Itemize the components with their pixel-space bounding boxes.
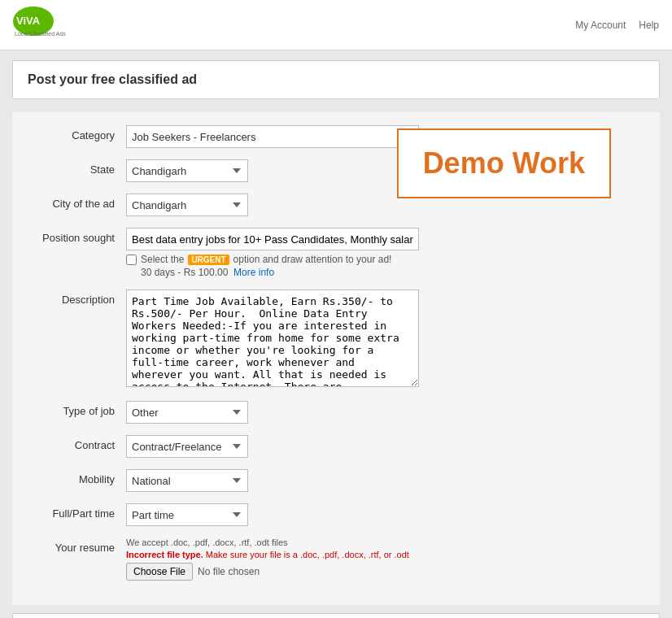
position-input[interactable] — [126, 228, 419, 250]
file-input-row: Choose File No file chosen — [126, 563, 419, 581]
form-area: Demo Work Category Job Seekers - Freelan… — [12, 112, 660, 605]
resume-control: We accept .doc, .pdf, .docx, .rtf, .odt … — [126, 537, 419, 581]
urgent-suffix: option and draw attention to your ad! — [233, 254, 392, 265]
contract-control: Contract/Freelance Permanent Temporary — [126, 435, 419, 458]
category-row: Category Job Seekers - Freelancers Job S… — [12, 125, 660, 148]
urgent-badge: URGENT — [188, 255, 229, 265]
description-row: Description Part Time Job Available, Ear… — [12, 289, 660, 390]
state-select[interactable]: Chandigarh Delhi Mumbai — [126, 159, 248, 182]
resume-row: Your resume We accept .doc, .pdf, .docx,… — [12, 537, 660, 581]
contract-select[interactable]: Contract/Freelance Permanent Temporary — [126, 435, 248, 458]
city-select[interactable]: Chandigarh Delhi Mumbai — [126, 194, 248, 216]
my-account-link[interactable]: My Account — [575, 20, 626, 31]
category-select[interactable]: Job Seekers - Freelancers Job Seekers - … — [126, 125, 419, 148]
contract-row: Contract Contract/Freelance Permanent Te… — [12, 435, 660, 458]
page-container: Post your free classified ad Demo Work C… — [2, 50, 670, 618]
type-of-job-label: Type of job — [28, 401, 126, 417]
full-part-control: Part time Full time Both — [126, 503, 419, 526]
city-control: Chandigarh Delhi Mumbai — [126, 194, 419, 216]
category-label: Category — [28, 125, 126, 141]
choose-file-button[interactable]: Choose File — [126, 563, 193, 581]
city-label: City of the ad — [28, 194, 126, 210]
logo-area: ViVA street Local Classified Ads — [13, 7, 119, 43]
position-row: Position sought Select the URGENT option… — [12, 228, 660, 278]
position-label: Position sought — [28, 228, 126, 244]
state-row: State Chandigarh Delhi Mumbai — [12, 159, 660, 182]
help-link[interactable]: Help — [639, 20, 659, 31]
type-of-job-select[interactable]: Other IT Finance Marketing — [126, 401, 248, 424]
nav-links: My Account Help — [575, 20, 659, 31]
svg-text:Local Classified Ads: Local Classified Ads — [15, 31, 66, 37]
no-file-text: No file chosen — [198, 566, 260, 577]
mobility-row: Mobility National Local International — [12, 469, 660, 492]
contract-label: Contract — [28, 435, 126, 451]
publish-header: Publish your ad — [12, 613, 660, 618]
type-of-job-control: Other IT Finance Marketing — [126, 401, 419, 424]
full-part-row: Full/Part time Part time Full time Both — [12, 503, 660, 526]
more-info-link[interactable]: More info — [233, 267, 274, 278]
urgent-prefix: Select the — [141, 254, 184, 265]
position-control: Select the URGENT option and draw attent… — [126, 228, 419, 278]
description-label: Description — [28, 289, 126, 306]
resume-label: Your resume — [28, 537, 126, 554]
page-title: Post your free classified ad — [12, 60, 660, 99]
city-row: City of the ad Chandigarh Delhi Mumbai — [12, 194, 660, 216]
urgent-checkbox[interactable] — [126, 255, 137, 265]
state-control: Chandigarh Delhi Mumbai — [126, 159, 419, 182]
mobility-select[interactable]: National Local International — [126, 469, 248, 492]
resume-accept-text: We accept .doc, .pdf, .docx, .rtf, .odt … — [126, 537, 419, 547]
mobility-control: National Local International — [126, 469, 419, 492]
svg-text:ViVA: ViVA — [16, 15, 41, 27]
urgent-row: Select the URGENT option and draw attent… — [126, 254, 419, 265]
full-part-select[interactable]: Part time Full time Both — [126, 503, 248, 526]
mobility-label: Mobility — [28, 469, 126, 485]
resume-error-text: Incorrect file type. Make sure your file… — [126, 550, 419, 559]
category-control: Job Seekers - Freelancers Job Seekers - … — [126, 125, 419, 148]
description-control: Part Time Job Available, Earn Rs.350/- t… — [126, 289, 419, 390]
resume-error-strong: Incorrect file type. — [126, 550, 203, 559]
description-textarea[interactable]: Part Time Job Available, Earn Rs.350/- t… — [126, 289, 419, 387]
state-label: State — [28, 159, 126, 176]
vivastreet-logo: ViVA street Local Classified Ads — [13, 7, 119, 43]
urgent-price: 30 days - Rs 100.00 More info — [141, 267, 419, 278]
full-part-label: Full/Part time — [28, 503, 126, 520]
top-navigation: ViVA street Local Classified Ads My Acco… — [0, 0, 672, 50]
resume-error-detail: Make sure your file is a .doc, .pdf, .do… — [206, 550, 409, 559]
svg-text:street: street — [55, 15, 85, 27]
type-of-job-row: Type of job Other IT Finance Marketing — [12, 401, 660, 424]
description-wrapper: Part Time Job Available, Earn Rs.350/- t… — [126, 289, 419, 390]
